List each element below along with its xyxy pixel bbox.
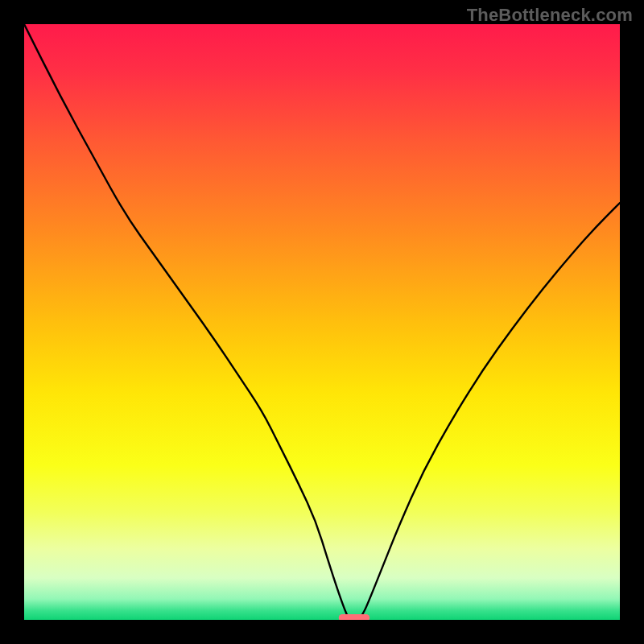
bottom-marker (339, 614, 369, 620)
gradient-background (24, 24, 620, 620)
plot-area (24, 24, 620, 620)
chart-svg (24, 24, 620, 620)
watermark-text: TheBottleneck.com (467, 5, 633, 26)
chart-container: TheBottleneck.com (0, 0, 644, 644)
